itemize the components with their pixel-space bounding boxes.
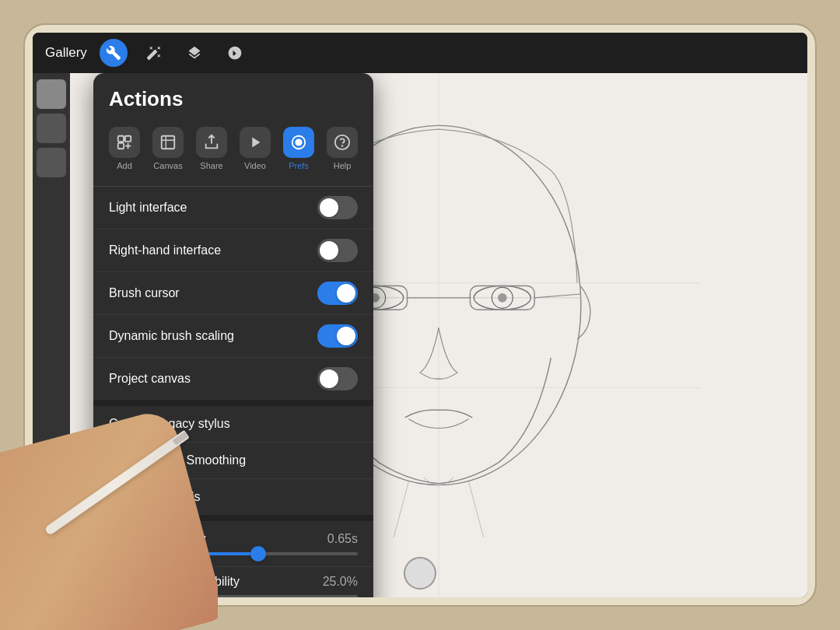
gallery-button[interactable]: Gallery [45,45,87,61]
svg-point-28 [295,138,302,145]
light-interface-toggle[interactable] [317,196,358,219]
brush-cursor-row: Brush cursor [93,272,373,315]
layers-button[interactable] [180,39,208,67]
svg-rect-20 [125,136,131,142]
wrench-button[interactable] [100,39,128,67]
svg-rect-21 [118,143,124,149]
brush-cursor-label: Brush cursor [109,286,180,300]
top-bar: Gallery [33,33,807,73]
right-hand-row: Right-hand interface [93,229,373,272]
svg-point-31 [342,145,343,146]
light-interface-label: Light interface [109,201,187,215]
share-icon [196,127,227,158]
tab-canvas-label: Canvas [153,161,182,170]
wand-button[interactable] [140,39,168,67]
light-interface-row: Light interface [93,187,373,229]
tab-video[interactable]: Video [233,124,277,173]
tab-add-label: Add [117,161,132,170]
rapid-undo-value: 0.65s [327,532,358,546]
popup-title: Actions [93,73,373,121]
dynamic-brush-label: Dynamic brush scaling [109,329,234,343]
canvas-icon [152,127,184,158]
svg-point-11 [498,293,507,303]
toggle-knob [320,198,338,217]
brush-tool[interactable] [37,79,66,109]
rapid-undo-thumb[interactable] [250,546,266,562]
eraser-tool[interactable] [37,148,66,177]
svg-rect-19 [118,136,124,142]
right-hand-toggle[interactable] [317,239,358,262]
svg-rect-24 [162,136,175,149]
tab-canvas[interactable]: Canvas [146,124,190,173]
tab-prefs[interactable]: Prefs [277,124,320,173]
tab-help-label: Help [334,161,352,170]
video-icon [240,127,271,158]
toggle-knob-5 [320,369,338,388]
toggle-settings: Light interface Right-hand interface [93,187,373,400]
tab-add[interactable]: Add [103,124,146,173]
toggle-knob-4 [337,327,355,345]
cursor-button[interactable] [221,39,249,67]
toggle-knob-3 [337,284,355,303]
right-hand-label: Right-hand interface [109,243,221,257]
smudge-tool[interactable] [37,114,66,143]
tab-help[interactable]: Help [320,124,364,173]
tab-share-label: Share [200,161,222,170]
prefs-icon [283,127,314,158]
help-icon [327,127,358,158]
project-canvas-toggle[interactable] [317,367,358,390]
hand-area [0,381,218,630]
brush-cursor-toggle[interactable] [317,282,358,305]
dynamic-brush-row: Dynamic brush scaling [93,315,373,358]
tab-prefs-label: Prefs [289,161,309,170]
svg-marker-27 [252,138,260,148]
tab-video-label: Video [244,161,266,170]
tab-share[interactable]: Share [190,124,233,173]
actions-tabs: Add Canvas [93,121,373,187]
add-icon [109,127,140,158]
home-button[interactable] [404,557,436,590]
selection-mask-value: 25.0% [323,575,358,589]
toggle-knob-2 [320,241,338,260]
dynamic-brush-toggle[interactable] [317,324,358,348]
